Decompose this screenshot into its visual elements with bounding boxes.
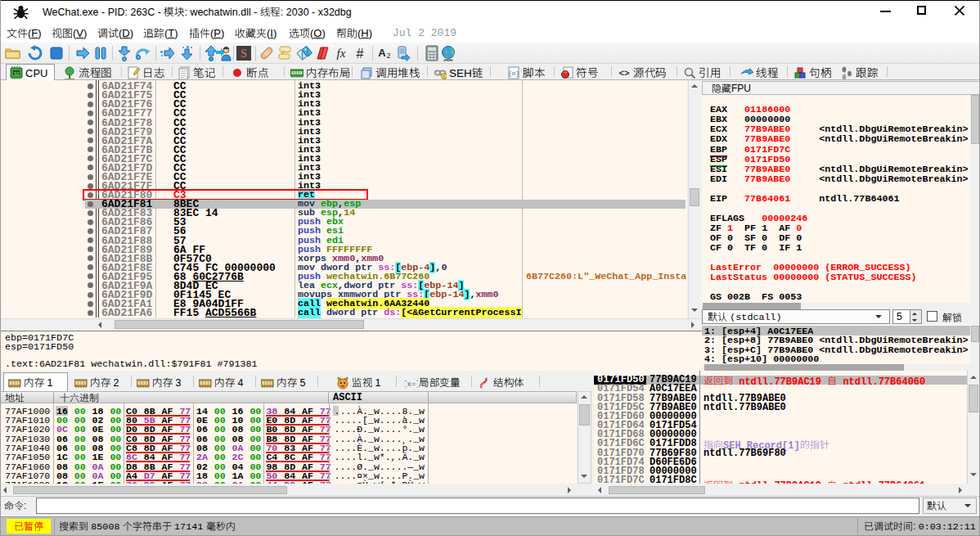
svg-text:[x=]: [x=] bbox=[405, 381, 418, 389]
svg-text:S: S bbox=[241, 47, 247, 60]
svg-text:A: A bbox=[378, 47, 386, 59]
svg-text:{o}: {o} bbox=[508, 70, 519, 77]
svg-text:2: 2 bbox=[386, 52, 390, 60]
svg-text:!: ! bbox=[443, 74, 445, 79]
svg-text:<>: <> bbox=[618, 69, 630, 79]
svg-text:#: # bbox=[357, 47, 364, 61]
svg-text:32: 32 bbox=[14, 71, 20, 76]
svg-text:fx: fx bbox=[337, 47, 346, 60]
